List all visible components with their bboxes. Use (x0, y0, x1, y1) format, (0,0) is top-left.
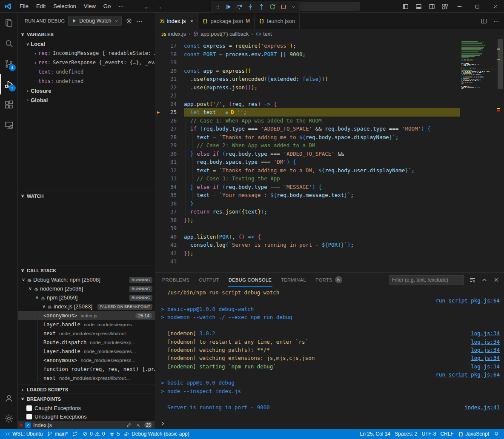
code-line[interactable]: 20const app = express() (159, 67, 460, 75)
stack-frame-row[interactable]: <anonymous>node_modules/express... (18, 356, 155, 365)
remote-indicator[interactable]: WSL: Ubuntu (3, 429, 45, 439)
activity-extensions[interactable] (0, 94, 18, 115)
line-number[interactable]: 33 (159, 174, 177, 183)
source-link[interactable]: log.js:34 (471, 346, 501, 354)
step-over-button[interactable] (235, 3, 243, 11)
breakpoint-checkbox[interactable] (26, 414, 32, 419)
nav-back-button[interactable]: ← (144, 3, 150, 10)
line-number[interactable]: 17 (159, 42, 177, 50)
gear-icon[interactable] (126, 17, 132, 24)
console-filter-input[interactable] (389, 275, 464, 285)
panel-tab-terminal[interactable]: TERMINAL (280, 273, 307, 287)
variable-row[interactable]: ›req:IncomingMessage {_readableState: … (18, 48, 155, 58)
maximize-panel-icon[interactable] (481, 277, 488, 283)
indentation[interactable]: Spaces: 2 (392, 429, 419, 439)
nav-forward-button[interactable]: → (156, 3, 163, 10)
debug-config-picker[interactable]: Debug Watch (68, 16, 121, 26)
step-out-button[interactable] (258, 3, 265, 11)
line-number[interactable]: 27 (159, 125, 177, 133)
minimap[interactable] (460, 39, 496, 272)
tab-index-js[interactable]: JSindex.js× (155, 13, 198, 29)
line-number[interactable]: 20 (159, 67, 177, 75)
encoding[interactable]: UTF-8 (419, 429, 438, 439)
code-line[interactable]: 39 (159, 224, 460, 233)
debug-session-row[interactable]: ∨Debug Watch: npm [25008]RUNNING (18, 275, 155, 284)
clear-console-icon[interactable] (469, 277, 476, 283)
activity-scm[interactable]: 4 (0, 54, 18, 74)
stop-button[interactable] (280, 3, 287, 11)
line-number[interactable]: 19 (159, 58, 177, 67)
line-number[interactable]: 26 (159, 117, 177, 125)
close-window-button[interactable] (486, 0, 504, 13)
line-number[interactable]: 24 (159, 100, 177, 108)
panel-tab-problems[interactable]: PROBLEMS (161, 273, 190, 287)
language-mode[interactable]: {}JavaScript (456, 429, 491, 439)
cursor-position[interactable]: Ln 25, Col 14 (358, 429, 392, 439)
code-line[interactable]: 17const express = require('express'); (159, 42, 460, 50)
continue-button[interactable] (224, 3, 232, 11)
line-number[interactable]: 29 (159, 141, 177, 150)
menu-edit[interactable]: Edit (32, 0, 49, 13)
line-number[interactable]: 42 (159, 249, 177, 258)
source-link[interactable]: run-script-pkg.js:64 (435, 371, 501, 379)
code-line[interactable]: 26 // Case 1: When App was added to the … (159, 117, 460, 125)
line-number[interactable]: 40 (159, 233, 177, 241)
debug-more-icon[interactable] (291, 4, 296, 9)
line-number[interactable]: 32 (159, 166, 177, 175)
panel-tab-ports[interactable]: PORTS5 (315, 273, 343, 287)
code-line[interactable]: 28 text = `Thanks for adding me to ${req… (159, 133, 460, 142)
breadcrumb-item[interactable]: index.js (168, 31, 186, 37)
code-line[interactable]: 24app.post('/', (req, res) => { (159, 100, 460, 108)
loaded-scripts-header[interactable]: ›LOADED SCRIPTS (18, 385, 155, 393)
source-link[interactable]: log.js:34 (471, 338, 501, 346)
line-number[interactable]: 35 (159, 191, 177, 200)
line-number[interactable]: 36 (159, 200, 177, 208)
source-link[interactable]: log.js:34 (471, 329, 501, 337)
git-branch[interactable]: main* (45, 429, 70, 439)
line-number[interactable]: 34 (159, 183, 177, 191)
line-number[interactable]: 18 (159, 50, 177, 59)
breakpoint-checkbox[interactable]: ✓ (25, 422, 31, 428)
code-line[interactable]: 27 if (req.body.type === 'ADDED_TO_SPACE… (159, 125, 460, 133)
toggle-panel-icon[interactable] (415, 3, 422, 10)
debug-session-row[interactable]: ∨npm [25059]RUNNING (18, 293, 155, 302)
code-line[interactable]: 31 req.body.space.type === 'DM') { (159, 158, 460, 166)
code-line[interactable]: 32 text = `Thanks for adding me to a DM,… (159, 166, 460, 175)
stack-frame-row[interactable]: Layer.handlenode_modules/expres... (18, 320, 155, 329)
activity-remote-explorer[interactable] (0, 115, 18, 135)
toolbar-grip[interactable] (215, 3, 221, 10)
debug-console-input[interactable] (155, 418, 504, 429)
source-link[interactable]: log.js:34 (471, 362, 501, 371)
panel-tab-output[interactable]: OUTPUT (198, 273, 220, 287)
variable-row[interactable]: text:undefined (18, 67, 155, 77)
stack-frame-row[interactable]: Layer.handlenode_modules/expres... (18, 347, 155, 356)
code-line[interactable]: 41 console.log(`Server is running in por… (159, 241, 460, 249)
code-line[interactable]: 36 } (159, 200, 460, 208)
breadcrumb-item[interactable]: text (263, 31, 272, 37)
panel-tab-debug-console[interactable]: DEBUG CONSOLE (228, 273, 272, 287)
activity-files[interactable] (0, 13, 18, 33)
variable-scope[interactable]: ∨Local (18, 39, 155, 48)
line-number[interactable]: 41 (159, 241, 177, 249)
toggle-secondary-sidebar-icon[interactable] (428, 3, 435, 10)
line-number[interactable]: 39 (159, 224, 177, 233)
line-number[interactable]: 38 (159, 216, 177, 225)
maximize-button[interactable] (468, 0, 486, 13)
customize-layout-icon[interactable] (441, 3, 449, 10)
menu-file[interactable]: File (16, 0, 32, 13)
code-line[interactable]: 21 .use(express.urlencoded({extended: fa… (159, 75, 460, 83)
line-number[interactable]: 31 (159, 158, 177, 166)
code-line[interactable]: 38}); (159, 216, 460, 225)
edit-breakpoint-icon[interactable] (126, 422, 132, 428)
code-line[interactable]: 37 return res.json({text}); (159, 208, 460, 216)
menu-view[interactable]: View (80, 0, 100, 13)
breakpoints-header[interactable]: ∨BREAKPOINTS (18, 394, 155, 404)
source-link[interactable]: run-script-pkg.js:64 (435, 296, 501, 305)
code-line[interactable]: 34 } else if (req.body.type === 'MESSAGE… (159, 183, 460, 191)
stack-frame-row[interactable]: nextnode_modules/express/lib/rout... (18, 329, 155, 338)
step-into-button[interactable] (246, 3, 254, 11)
code-line[interactable]: 22 .use(express.json()); (159, 83, 460, 92)
code-line[interactable]: ▶25 let text = ● D ''; (159, 108, 460, 117)
debug-console-output[interactable]: /usr/bin/npm run-script debug-watchrun-s… (155, 287, 504, 418)
call-stack-header[interactable]: ∨CALL STACK (18, 265, 155, 275)
